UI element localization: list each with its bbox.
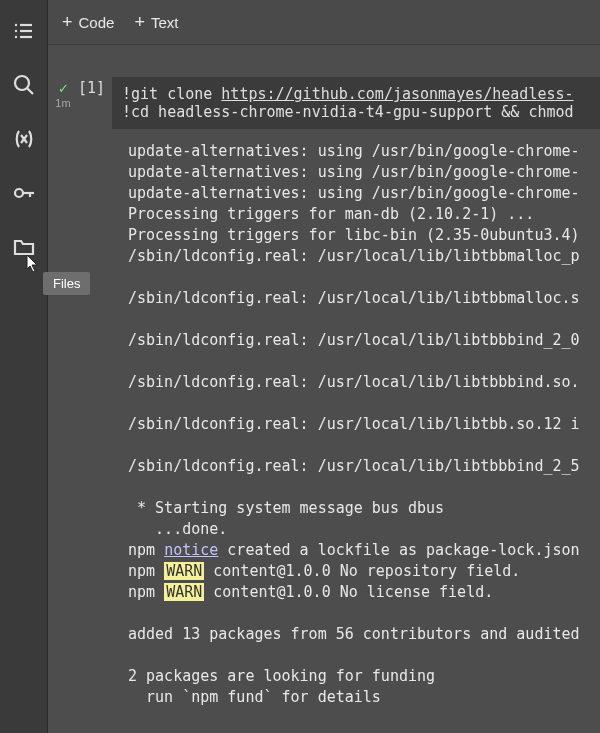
add-code-button[interactable]: +Code xyxy=(62,12,114,33)
svg-point-3 xyxy=(14,24,16,26)
status-ok-icon: ✓ xyxy=(58,81,69,96)
svg-point-4 xyxy=(14,30,16,32)
cursor-pointer-icon xyxy=(22,253,42,275)
notebook-main: +Code +Text ✓ 1m [1] !git clone https://… xyxy=(48,0,600,733)
left-sidebar xyxy=(0,0,48,733)
execution-time: 1m xyxy=(55,97,70,109)
svg-point-10 xyxy=(15,189,23,197)
svg-point-6 xyxy=(15,76,29,90)
svg-point-5 xyxy=(14,36,16,38)
code-cell: ✓ 1m [1] !git clone https://github.com/j… xyxy=(48,45,600,129)
files-tooltip: Files xyxy=(43,272,90,295)
code-editor[interactable]: !git clone https://github.com/jasonmayes… xyxy=(112,77,600,129)
cell-gutter[interactable]: ✓ 1m xyxy=(48,77,78,129)
prompt-number: [1] xyxy=(78,77,112,129)
add-text-button[interactable]: +Text xyxy=(134,12,178,33)
cell-toolbar: +Code +Text xyxy=(48,0,600,45)
search-icon[interactable] xyxy=(11,72,37,98)
toc-icon[interactable] xyxy=(11,18,37,44)
cell-output: update-alternatives: using /usr/bin/goog… xyxy=(48,129,600,708)
variables-icon[interactable] xyxy=(11,126,37,152)
key-icon[interactable] xyxy=(11,180,37,206)
svg-line-7 xyxy=(27,88,33,94)
